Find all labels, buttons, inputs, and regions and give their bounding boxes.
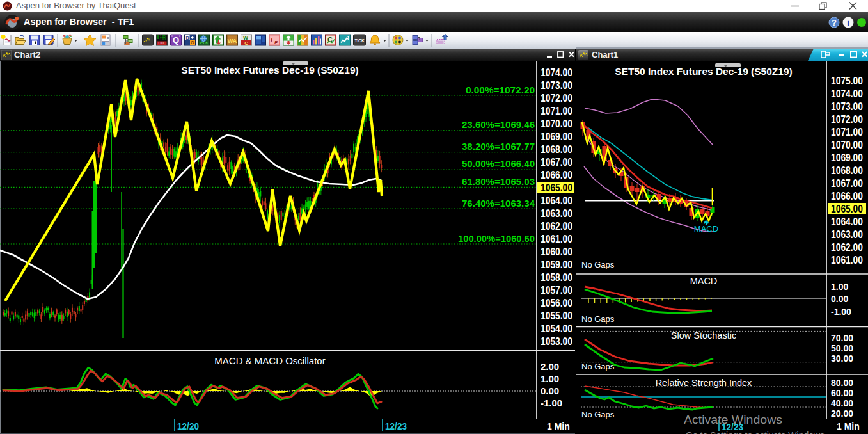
svg-text:?: ?	[832, 19, 837, 28]
svg-text:1073.00: 1073.00	[541, 80, 572, 91]
svg-text:1 Min: 1 Min	[547, 421, 570, 431]
svg-text:B: B	[185, 36, 189, 40]
svg-text:Slow Stochastic: Slow Stochastic	[671, 330, 736, 341]
svg-text:Q: Q	[173, 35, 179, 45]
svg-text:1072.00: 1072.00	[831, 114, 863, 125]
svg-text:100.00%=1060.60: 100.00%=1060.60	[458, 233, 535, 244]
svg-text:1.00: 1.00	[160, 38, 166, 41]
svg-text:MACD: MACD	[694, 224, 718, 234]
svg-text:-1.00: -1.00	[541, 398, 562, 408]
svg-text:Go to Settings to activate Win: Go to Settings to activate Windows.	[686, 430, 827, 434]
svg-text:50.00%=1066.40: 50.00%=1066.40	[462, 158, 535, 169]
svg-text:1063.00: 1063.00	[541, 208, 572, 219]
svg-text:1.00: 1.00	[541, 373, 559, 384]
svg-text:1068.00: 1068.00	[541, 144, 572, 155]
svg-text:No Gaps: No Gaps	[581, 260, 615, 269]
svg-text:12/20: 12/20	[177, 421, 199, 431]
svg-text:1059.00: 1059.00	[541, 259, 572, 270]
svg-text:C: C	[244, 40, 248, 46]
svg-text:1056.00: 1056.00	[541, 298, 572, 309]
svg-text:80.00: 80.00	[831, 378, 853, 388]
svg-text:50.00: 50.00	[831, 343, 853, 353]
svg-text:No Gaps: No Gaps	[581, 314, 615, 324]
svg-text:MACD & MACD Oscillator: MACD & MACD Oscillator	[214, 355, 325, 366]
svg-text:WA: WA	[228, 38, 237, 44]
svg-text:MACD: MACD	[690, 276, 718, 286]
svg-text:1074.00: 1074.00	[831, 88, 863, 99]
svg-text:1073.00: 1073.00	[831, 101, 863, 112]
svg-text:1058.00: 1058.00	[541, 272, 572, 283]
svg-text:1061.00: 1061.00	[831, 255, 863, 266]
svg-text:0.00: 0.00	[541, 385, 559, 396]
svg-text:1070.00: 1070.00	[541, 118, 572, 129]
svg-text:O: O	[191, 40, 194, 45]
svg-text:1074.00: 1074.00	[541, 67, 572, 78]
svg-text:1068.00: 1068.00	[831, 165, 863, 176]
svg-text:1071.00: 1071.00	[541, 106, 572, 117]
svg-text:1064.00: 1064.00	[831, 216, 863, 227]
svg-text:1.00: 1.00	[831, 282, 848, 292]
svg-text:1061.00: 1061.00	[541, 234, 572, 245]
svg-text:TICK: TICK	[354, 38, 364, 43]
svg-text:Relative Strength Index: Relative Strength Index	[656, 378, 752, 388]
svg-text:1053.00: 1053.00	[541, 336, 572, 347]
svg-text:1062.00: 1062.00	[831, 242, 863, 253]
svg-text:1067.00: 1067.00	[831, 178, 863, 189]
svg-text:60.00: 60.00	[831, 388, 853, 398]
svg-text:30.00: 30.00	[831, 353, 853, 364]
svg-text:i: i	[847, 18, 849, 28]
svg-text:1065.00: 1065.00	[541, 182, 572, 193]
svg-text:-1.00: -1.00	[831, 307, 851, 317]
svg-text:1075.00: 1075.00	[831, 76, 863, 86]
svg-text:1072.00: 1072.00	[541, 93, 572, 104]
svg-text:2.00: 2.00	[541, 361, 559, 372]
svg-text:No Gaps: No Gaps	[581, 410, 615, 419]
svg-text:20.00: 20.00	[831, 408, 853, 419]
svg-text:70.00: 70.00	[831, 333, 853, 343]
svg-text:1071.00: 1071.00	[831, 127, 863, 138]
svg-text:SET50 Index Futures Dec-19 (S5: SET50 Index Futures Dec-19 (S50Z19)	[181, 65, 358, 76]
svg-text:61.80%=1065.03: 61.80%=1065.03	[462, 176, 535, 187]
svg-text:SET50 Index Futures Dec-19 (S5: SET50 Index Futures Dec-19 (S50Z19)	[615, 66, 792, 77]
svg-text:76.40%=1063.34: 76.40%=1063.34	[462, 198, 535, 209]
svg-text:1062.00: 1062.00	[541, 221, 572, 232]
svg-text:1057.00: 1057.00	[541, 285, 572, 296]
svg-text:1064.00: 1064.00	[541, 195, 572, 206]
svg-text:1055.00: 1055.00	[541, 310, 572, 321]
svg-text:1067.00: 1067.00	[541, 157, 572, 168]
svg-text:1060.00: 1060.00	[541, 246, 572, 257]
svg-text:38.20%=1067.77: 38.20%=1067.77	[462, 141, 535, 152]
svg-text:1063.00: 1063.00	[831, 229, 863, 240]
svg-text:1069.00: 1069.00	[541, 131, 572, 142]
svg-text:1 Min: 1 Min	[837, 421, 860, 431]
svg-text:0.00%=1072.20: 0.00%=1072.20	[466, 84, 535, 95]
svg-text:1070.00: 1070.00	[831, 140, 863, 150]
svg-text:1066.00: 1066.00	[831, 191, 863, 202]
svg-text:1.00: 1.00	[158, 42, 164, 45]
svg-text:Activate Windows: Activate Windows	[684, 414, 782, 426]
svg-text:No Gaps: No Gaps	[581, 362, 615, 371]
svg-text:0.00: 0.00	[831, 294, 848, 304]
svg-text:1066.00: 1066.00	[541, 170, 572, 181]
svg-text:1054.00: 1054.00	[541, 323, 572, 334]
svg-text:12/23: 12/23	[385, 421, 407, 431]
svg-text:40.00: 40.00	[831, 398, 853, 408]
svg-text:1069.00: 1069.00	[831, 152, 863, 163]
svg-text:23.60%=1069.46: 23.60%=1069.46	[462, 119, 535, 130]
svg-text:1065.00: 1065.00	[831, 204, 863, 214]
